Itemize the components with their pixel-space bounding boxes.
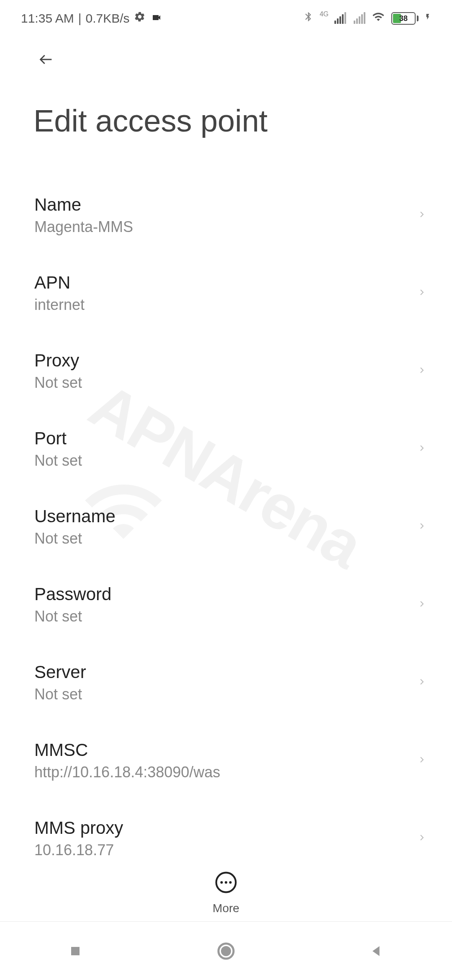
apn-field-value: Not set [34, 452, 82, 469]
apn-field-apn[interactable]: APN internet [0, 254, 452, 332]
nav-back-button[interactable] [324, 943, 429, 959]
chevron-right-icon [417, 440, 427, 458]
nav-home-button[interactable] [174, 941, 278, 961]
chevron-right-icon [417, 206, 427, 224]
bluetooth-icon [303, 10, 314, 26]
chevron-right-icon [417, 751, 427, 770]
more-label: More [213, 902, 239, 915]
apn-field-label: Server [34, 662, 86, 682]
apn-field-label: APN [34, 273, 85, 293]
settings-gear-icon [134, 11, 146, 26]
apn-field-label: MMS proxy [34, 818, 123, 838]
apn-field-password[interactable]: Password Not set [0, 566, 452, 644]
chevron-right-icon [417, 596, 427, 614]
apn-fields-list: Name Magenta-MMS APN internet Proxy Not … [0, 151, 452, 877]
more-button[interactable]: More [213, 871, 239, 915]
chevron-right-icon [417, 284, 427, 302]
battery-icon: 38 [391, 12, 419, 25]
apn-field-label: Proxy [34, 351, 82, 371]
apn-field-value: http://10.16.18.4:38090/was [34, 763, 220, 781]
svg-point-1 [220, 881, 223, 884]
nav-recents-button[interactable] [23, 943, 128, 959]
apn-field-value: Not set [34, 374, 82, 392]
cellular-4g-label: 4G [320, 10, 329, 18]
apn-field-label: Name [34, 195, 133, 215]
status-divider: | [78, 11, 82, 26]
page-header: Edit access point [0, 30, 452, 151]
status-bar: 11:35 AM | 0.7KB/s 4G [0, 0, 452, 30]
apn-field-value: Not set [34, 530, 116, 547]
apn-field-label: MMSC [34, 740, 220, 760]
apn-field-label: Port [34, 428, 82, 449]
wifi-icon [371, 10, 385, 26]
apn-field-value: 10.16.18.77 [34, 841, 123, 859]
apn-field-value: internet [34, 296, 85, 314]
apn-field-name[interactable]: Name Magenta-MMS [0, 176, 452, 254]
apn-field-value: Magenta-MMS [34, 218, 133, 236]
status-time: 11:35 AM [21, 11, 74, 26]
apn-field-username[interactable]: Username Not set [0, 488, 452, 566]
svg-point-2 [225, 881, 227, 884]
apn-field-port[interactable]: Port Not set [0, 410, 452, 488]
back-button[interactable] [33, 51, 419, 70]
bottom-action-bar: More [0, 858, 452, 915]
svg-point-6 [221, 946, 231, 956]
apn-field-server[interactable]: Server Not set [0, 644, 452, 722]
apn-field-proxy[interactable]: Proxy Not set [0, 332, 452, 410]
more-circle-icon [214, 871, 238, 896]
apn-field-value: Not set [34, 686, 86, 703]
charging-bolt-icon [424, 11, 431, 26]
chevron-right-icon [417, 518, 427, 536]
apn-field-label: Password [34, 584, 111, 604]
video-camera-icon [150, 11, 163, 26]
status-data-rate: 0.7KB/s [86, 11, 130, 26]
chevron-right-icon [417, 673, 427, 692]
signal-bars-2-icon [354, 13, 365, 24]
svg-point-3 [229, 881, 231, 884]
battery-percent: 38 [399, 14, 408, 23]
chevron-right-icon [417, 829, 427, 848]
apn-field-label: Username [34, 506, 116, 526]
page-title: Edit access point [33, 103, 419, 139]
signal-bars-1-icon [334, 13, 346, 24]
apn-field-value: Not set [34, 608, 111, 625]
apn-field-mmsc[interactable]: MMSC http://10.16.18.4:38090/was [0, 722, 452, 799]
svg-rect-4 [71, 947, 80, 955]
system-nav-bar [0, 921, 452, 980]
chevron-right-icon [417, 362, 427, 380]
